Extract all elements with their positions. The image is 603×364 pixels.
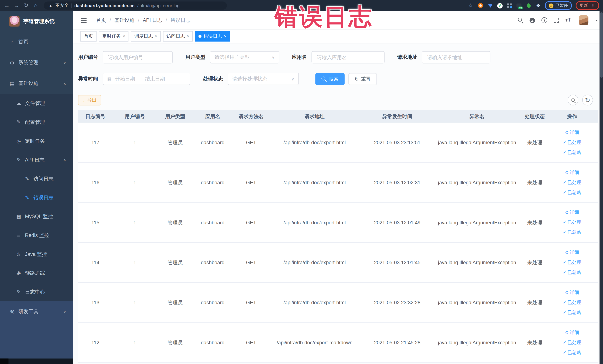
extensions-puzzle-icon[interactable]: ❖ xyxy=(535,3,541,9)
sidebar-item-dev-tools[interactable]: ⚒ 研发工具 ∨ xyxy=(0,301,73,322)
sidebar-item-scheduled-tasks[interactable]: ◷ 定时任务 xyxy=(0,132,73,151)
scrollbar-thumb[interactable] xyxy=(600,12,602,78)
browser-menu-icon[interactable]: ⋮ xyxy=(591,3,595,8)
browser-home-icon[interactable]: ⌂ xyxy=(33,0,39,11)
browser-forward-icon[interactable]: → xyxy=(13,0,20,11)
extension-icon-5[interactable] xyxy=(516,3,522,9)
detail-link[interactable]: ⊙详细 xyxy=(565,169,579,176)
fullscreen-icon[interactable] xyxy=(554,18,559,23)
bookmark-star-icon[interactable]: ☆ xyxy=(468,0,474,11)
ignored-link[interactable]: ✓已忽略 xyxy=(563,269,581,276)
cell-user-id: 1 xyxy=(113,180,157,186)
table-row: 115 1 管理员 dashboard GET /api/infra/db-do… xyxy=(78,203,598,243)
sidebar-item-config-management[interactable]: ✎ 配置管理 xyxy=(0,113,73,132)
check-icon: ✓ xyxy=(563,350,566,355)
tab-schedule-log[interactable]: 调度日志 × xyxy=(131,31,161,41)
app-name-input[interactable] xyxy=(316,54,380,60)
toggle-search-button[interactable] xyxy=(568,94,578,105)
detail-link[interactable]: ⊙详细 xyxy=(565,289,579,296)
detail-link[interactable]: ⊙详细 xyxy=(565,249,579,256)
ignored-link[interactable]: ✓已忽略 xyxy=(563,149,581,156)
sidebar-item-trace[interactable]: ◉ 链路追踪 xyxy=(0,263,73,282)
chevron-up-icon: ∧ xyxy=(63,82,66,86)
request-url-input[interactable] xyxy=(427,54,486,60)
font-size-icon[interactable]: TT xyxy=(566,17,571,23)
extension-icon-3[interactable]: V xyxy=(497,3,502,9)
sidebar-item-system-management[interactable]: ⚙ 系统管理 ∨ xyxy=(0,52,73,73)
url-path: /infra/log/api-error-log xyxy=(137,3,180,8)
processed-link[interactable]: ✓已处理 xyxy=(563,219,581,226)
extension-icon-4[interactable] xyxy=(506,3,512,9)
sidebar-collapse-corner[interactable] xyxy=(0,359,9,364)
user-avatar[interactable] xyxy=(579,15,589,25)
search-icon[interactable] xyxy=(518,18,523,23)
ignored-link[interactable]: ✓已忽略 xyxy=(563,229,581,236)
exception-time-label: 异常时间 xyxy=(78,75,98,82)
sidebar-item-log-center[interactable]: ✎ 日志中心 xyxy=(0,282,73,301)
sidebar-item-error-log[interactable]: ✎ 错误日志 xyxy=(0,188,73,207)
tab-close-icon[interactable]: × xyxy=(187,34,189,39)
extension-icon-2[interactable] xyxy=(487,3,493,9)
reset-button[interactable]: ↻ 重置 xyxy=(348,73,377,85)
check-icon: ✓ xyxy=(563,220,566,225)
export-button[interactable]: ↓ 导出 xyxy=(78,95,101,105)
tab-scheduled-tasks[interactable]: 定时任务 × xyxy=(99,31,129,41)
extension-icon-6[interactable] xyxy=(526,3,532,9)
processed-link[interactable]: ✓已处理 xyxy=(563,139,581,146)
tab-close-icon[interactable]: × xyxy=(224,34,226,39)
breadcrumb-item[interactable]: 基础设施 xyxy=(114,17,134,23)
tab-close-icon[interactable]: × xyxy=(155,34,157,39)
cell-log-id: 115 xyxy=(78,220,113,225)
sidebar-item-home[interactable]: ⌂ 首页 xyxy=(0,32,73,52)
process-status-label: 处理状态 xyxy=(203,75,223,82)
processed-link[interactable]: ✓已处理 xyxy=(563,179,581,186)
sidebar-item-api-log[interactable]: ✎ API 日志 ∧ xyxy=(0,150,73,169)
processed-link[interactable]: ✓已处理 xyxy=(563,259,581,266)
user-id-input[interactable] xyxy=(107,54,168,60)
edit-square-icon: ✎ xyxy=(24,176,30,182)
update-chip[interactable]: 更新 ⋮ xyxy=(576,1,599,10)
extension-icon-1[interactable] xyxy=(478,3,483,9)
user-type-placeholder: 请选择用户类型 xyxy=(215,54,250,61)
sidebar-logo[interactable]: 芋道管理系统 xyxy=(0,11,73,32)
detail-link[interactable]: ⊙详细 xyxy=(565,329,579,336)
sidebar-item-java-monitor[interactable]: ♨ Java 监控 xyxy=(0,245,73,263)
sidebar-item-access-log[interactable]: ✎ 访问日志 xyxy=(0,169,73,188)
tab-home[interactable]: 首页 xyxy=(81,31,97,41)
process-status-select[interactable]: 请选择处理状态 ∨ xyxy=(228,73,299,85)
avatar-caret-icon[interactable]: ▾ xyxy=(596,18,598,22)
detail-link[interactable]: ⊙详细 xyxy=(565,129,579,136)
browser-back-icon[interactable]: ← xyxy=(4,0,10,11)
cell-user-id: 1 xyxy=(113,140,157,145)
processed-link[interactable]: ✓已处理 xyxy=(563,299,581,306)
tab-error-log-active[interactable]: 错误日志 × xyxy=(195,31,230,41)
page-scrollbar[interactable] xyxy=(600,11,603,364)
tab-access-log[interactable]: 访问日志 × xyxy=(163,31,193,41)
cell-exception-time: 2021-05-03 12:02:31 xyxy=(359,180,436,186)
cell-exception-name: java.lang.IllegalArgumentException xyxy=(436,300,519,305)
breadcrumb-item[interactable]: 首页 xyxy=(96,17,106,23)
processed-link[interactable]: ✓已处理 xyxy=(563,339,581,346)
ignored-link[interactable]: ✓已忽略 xyxy=(563,349,581,356)
sidebar-item-mysql-monitor[interactable]: ▦ MySQL 监控 xyxy=(0,207,73,226)
address-bar[interactable]: ▲ 不安全 dashboard.yudao.iocoder.cn/infra/l… xyxy=(44,1,227,10)
browser-reload-icon[interactable]: ↻ xyxy=(23,0,29,11)
sidebar-item-redis-monitor[interactable]: ≣ Redis 监控 xyxy=(0,226,73,245)
edit-square-icon: ✎ xyxy=(16,157,22,163)
search-button[interactable]: 搜索 xyxy=(315,73,345,85)
paused-chip[interactable]: ☺ 已暂停 xyxy=(545,1,572,10)
breadcrumb-separator: / xyxy=(110,17,111,23)
sidebar-item-file-management[interactable]: ☁ 文件管理 xyxy=(0,94,73,113)
detail-link[interactable]: ⊙详细 xyxy=(565,209,579,216)
user-type-select[interactable]: 请选择用户类型 ∨ xyxy=(210,51,279,63)
refresh-table-button[interactable]: ↻ xyxy=(582,94,593,105)
breadcrumb-item[interactable]: API 日志 xyxy=(143,17,162,23)
ignored-link[interactable]: ✓已忽略 xyxy=(563,309,581,316)
github-icon[interactable] xyxy=(530,17,535,23)
ignored-link[interactable]: ✓已忽略 xyxy=(563,189,581,196)
tab-close-icon[interactable]: × xyxy=(123,34,125,39)
sidebar-item-infrastructure[interactable]: ▤ 基础设施 ∧ xyxy=(0,73,73,94)
help-icon[interactable]: ? xyxy=(542,17,547,23)
date-range-picker[interactable]: ▦ 开始日期 ~ 结束日期 xyxy=(103,73,190,85)
sidebar-toggle-icon[interactable] xyxy=(81,20,87,21)
